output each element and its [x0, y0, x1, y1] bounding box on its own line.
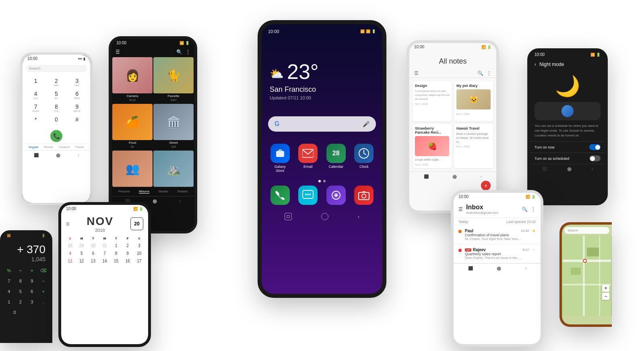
- notes-fab[interactable]: +: [481, 181, 491, 190]
- nnav-h[interactable]: ⬤: [452, 174, 457, 179]
- calc-percent[interactable]: %: [4, 266, 14, 275]
- calc-2[interactable]: 2: [15, 297, 26, 307]
- cal-d17[interactable]: 17: [133, 258, 145, 264]
- gallery-item-mountain[interactable]: ⛰️: [153, 151, 194, 187]
- enav-b[interactable]: ‹: [525, 266, 526, 270]
- note-hawaii[interactable]: Hawaii Travel Book a vacation package to…: [454, 124, 493, 168]
- tab-recent[interactable]: Recent: [44, 146, 53, 149]
- gallery-item-food[interactable]: 🍊 Food 82: [112, 104, 153, 150]
- calc-8[interactable]: 8: [15, 276, 26, 286]
- dialer-search-bar[interactable]: Search ⋮: [26, 65, 87, 72]
- calc-0[interactable]: 0: [4, 308, 26, 317]
- nav-back[interactable]: ‹: [358, 213, 360, 220]
- calc-minus[interactable]: −: [38, 276, 49, 286]
- nav-recents[interactable]: [285, 213, 292, 220]
- notes-menu-icon[interactable]: ☰: [414, 70, 419, 76]
- gallery-search[interactable]: 🔍: [176, 49, 182, 55]
- email-item-rajeev[interactable]: VIP Rajeev 8:12 Quartrerly sales report …: [454, 244, 541, 263]
- cal-d29[interactable]: 29: [76, 243, 88, 249]
- app-messages[interactable]: [296, 186, 320, 205]
- dial-0[interactable]: 0+: [46, 115, 66, 127]
- dial-hash[interactable]: #: [67, 115, 87, 127]
- tab-shared[interactable]: Shared: [177, 190, 188, 194]
- dial-4[interactable]: 4GHI: [26, 89, 45, 101]
- cal-d12[interactable]: 12: [76, 258, 88, 264]
- app-email[interactable]: Email: [296, 144, 320, 173]
- tab-stories[interactable]: Stories: [158, 190, 168, 194]
- main-search-bar[interactable]: G 🎤: [268, 116, 376, 132]
- dial-3[interactable]: 3DEF: [67, 76, 87, 88]
- tab-keypad[interactable]: Keypad: [29, 146, 38, 149]
- nnav-b[interactable]: ‹: [481, 174, 482, 179]
- calc-3[interactable]: 3: [27, 297, 37, 307]
- gallery-item-pictures[interactable]: 👥: [112, 151, 153, 187]
- email-item-paul[interactable]: Paul 10:32 Confirmation of travel plans …: [454, 225, 541, 244]
- calc-5[interactable]: 5: [15, 287, 26, 296]
- cal-d30[interactable]: 30: [87, 243, 99, 249]
- note-design[interactable]: Design Lorem ipsum dolor sit amet consec…: [413, 81, 452, 122]
- email-hamburger[interactable]: ☰: [458, 206, 463, 212]
- calc-7[interactable]: 7: [4, 276, 14, 286]
- gallery-item-camera[interactable]: 👩 Camera 8114: [112, 57, 153, 103]
- dial-1[interactable]: 1: [26, 76, 45, 88]
- gnav-b[interactable]: ‹: [180, 199, 181, 203]
- dial-6[interactable]: 6MNO: [67, 89, 87, 101]
- nav-b1[interactable]: ‹: [78, 153, 79, 157]
- map-zoom-out[interactable]: −: [602, 293, 609, 300]
- calc-divide[interactable]: ÷: [15, 266, 26, 275]
- nav-home[interactable]: [321, 213, 328, 220]
- gnav-h[interactable]: ⬤: [153, 199, 157, 203]
- cal-d4[interactable]: 4: [64, 250, 76, 256]
- note-pet-diary[interactable]: My pet diary 🐱 Nov 7, 2018: [454, 81, 493, 122]
- tab-places[interactable]: Places: [76, 146, 84, 149]
- calc-4[interactable]: 4: [4, 287, 14, 296]
- night-back-btn[interactable]: ‹: [535, 62, 536, 67]
- dial-2[interactable]: 2ABC: [46, 76, 66, 88]
- cal-d1[interactable]: 1: [110, 243, 122, 249]
- calc-1[interactable]: 1: [4, 297, 14, 307]
- cal-d15[interactable]: 15: [110, 258, 122, 264]
- nnav-r[interactable]: ⬛: [424, 174, 429, 179]
- cal-d7[interactable]: 7: [99, 250, 111, 256]
- dial-5[interactable]: 5JKL: [46, 89, 66, 101]
- cal-d3[interactable]: 3: [133, 243, 145, 249]
- ninav-h[interactable]: ⬤: [567, 167, 572, 171]
- cal-d6[interactable]: 6: [87, 250, 99, 256]
- app-galaxy2[interactable]: [324, 186, 348, 205]
- cal-d5[interactable]: 5: [76, 250, 88, 256]
- dial-9[interactable]: 9WXYZ: [67, 102, 87, 114]
- calc-multiply[interactable]: ×: [27, 266, 37, 275]
- cal-d16[interactable]: 16: [122, 258, 134, 264]
- app-phone[interactable]: [268, 186, 292, 205]
- tab-contacts[interactable]: Contacts: [59, 146, 70, 149]
- cal-today-badge[interactable]: 20: [130, 217, 143, 230]
- tab-pictures[interactable]: Pictures: [118, 190, 130, 194]
- map-zoom-in[interactable]: +: [602, 285, 609, 292]
- calc-plus[interactable]: +: [38, 287, 49, 296]
- cal-menu[interactable]: ☰: [66, 222, 70, 226]
- cal-d8[interactable]: 8: [110, 250, 122, 256]
- notes-search-icon[interactable]: 🔍: [477, 70, 483, 76]
- nav-r1[interactable]: ⬛: [34, 153, 39, 157]
- call-button[interactable]: 📞: [50, 130, 62, 142]
- nav-h1[interactable]: ⬤: [56, 153, 60, 157]
- toggle-sched-switch[interactable]: [589, 155, 601, 161]
- enav-r[interactable]: ⬛: [468, 266, 473, 270]
- dial-star[interactable]: *: [26, 115, 45, 127]
- email-rajeev-star[interactable]: ☆: [532, 248, 536, 252]
- notes-more-icon[interactable]: ⋮: [487, 70, 491, 76]
- app-calendar[interactable]: 28 Calendar: [324, 144, 348, 173]
- calc-dot[interactable]: .: [38, 297, 49, 307]
- gallery-item-favorite[interactable]: 🐈 Favorite 1947: [153, 57, 194, 103]
- app-galaxy-store[interactable]: GalaxyStore: [268, 144, 292, 173]
- email-more-icon[interactable]: ⋮: [531, 206, 536, 212]
- tab-albums[interactable]: Albums: [139, 190, 150, 194]
- cal-d11[interactable]: 11: [64, 258, 76, 264]
- gallery-more[interactable]: ⋮: [186, 49, 190, 55]
- cal-d14[interactable]: 14: [99, 258, 111, 264]
- note-strawberry[interactable]: Strawberry Pancake Reci... 🍓 2 cups whit…: [413, 124, 452, 168]
- toggle-now-switch[interactable]: [589, 144, 601, 150]
- enav-h[interactable]: ⬤: [497, 266, 501, 270]
- app-clock[interactable]: Clock: [352, 144, 376, 173]
- maps-search[interactable]: Search: [564, 227, 609, 234]
